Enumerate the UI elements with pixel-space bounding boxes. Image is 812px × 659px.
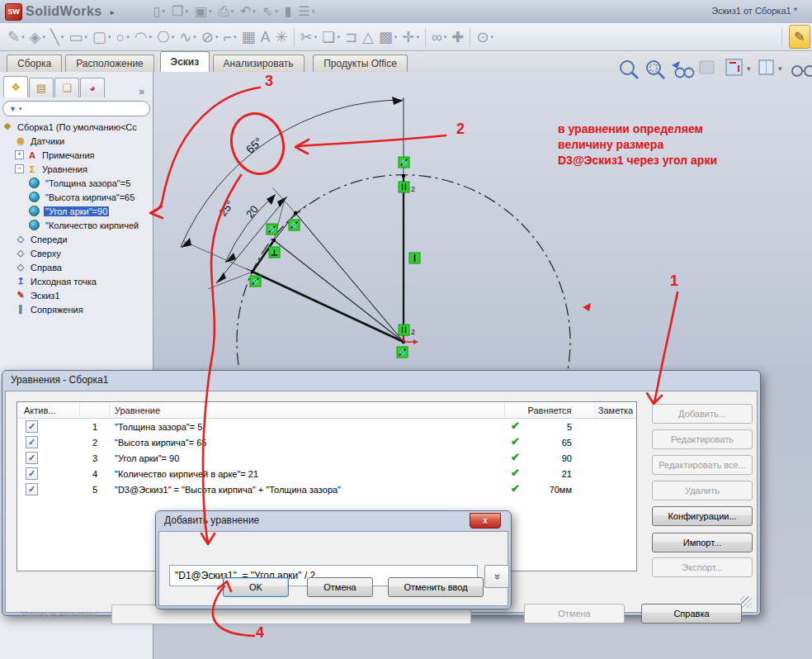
offset-entities-icon[interactable]: ⊐: [342, 28, 360, 46]
chevron-down-icon[interactable]: ▾: [163, 8, 166, 15]
chevron-down-icon[interactable]: ▾: [19, 106, 22, 112]
fillet-tool-icon[interactable]: ⌐▾: [220, 28, 238, 46]
modal-cancel-button[interactable]: Отмена: [307, 577, 373, 597]
cancel-button[interactable]: Отмена: [524, 604, 625, 623]
options-icon[interactable]: ☰▾: [296, 3, 318, 20]
chevron-down-icon[interactable]: ▾: [172, 34, 175, 40]
hide-show-items-icon[interactable]: [792, 66, 812, 76]
perpendicular-constraint-icon[interactable]: [269, 247, 280, 258]
equation-cell[interactable]: "Толщина зазора"= 5✔: [110, 422, 505, 432]
tree-item[interactable]: ✎Эскиз1: [0, 288, 153, 302]
smart-dimension-icon[interactable]: ◈▾: [27, 28, 48, 46]
tree-item[interactable]: ◉Датчики: [0, 134, 153, 148]
propertymanager-tab[interactable]: ▤: [29, 78, 54, 97]
dimxpert-tab[interactable]: ◕: [80, 78, 105, 97]
chevron-expand-button[interactable]: «: [484, 565, 509, 588]
trim-entities-icon[interactable]: ✂▾: [298, 28, 320, 46]
featuremanager-tab[interactable]: ❖: [3, 76, 28, 97]
active-checkbox[interactable]: ✓: [26, 452, 38, 464]
tree-item[interactable]: ◇Спереди: [0, 232, 153, 246]
move-entities-icon[interactable]: ✛▾: [399, 28, 422, 46]
column-header-equation[interactable]: Уравнение: [110, 402, 505, 418]
brick-upper-radius[interactable]: [295, 213, 404, 342]
chevron-down-icon[interactable]: ▾: [215, 34, 219, 40]
chevron-down-icon[interactable]: ▾: [42, 34, 45, 40]
chevron-down-icon[interactable]: ▾: [253, 8, 256, 15]
collapse-minus-icon[interactable]: −: [15, 164, 24, 173]
repair-sketch-icon[interactable]: ✚: [449, 28, 466, 46]
linear-pattern-icon[interactable]: ▩▾: [376, 28, 400, 46]
equation-cell[interactable]: "D3@Эскиз1" = "Высота кирпича" + "Толщин…: [110, 485, 505, 495]
select-icon[interactable]: ⇖▾: [260, 3, 281, 20]
chevron-down-icon[interactable]: ▾: [126, 34, 130, 40]
note-balloon-icon[interactable]: △: [360, 28, 376, 46]
tree-item[interactable]: "Толщина зазора"=5: [0, 176, 153, 190]
active-checkbox[interactable]: ✓: [26, 420, 38, 433]
view-orientation-icon[interactable]: [726, 59, 742, 75]
line-tool-icon[interactable]: ╲▾: [48, 28, 66, 46]
add-button[interactable]: Добавить...: [652, 404, 753, 424]
chevron-down-icon[interactable]: ▾: [230, 8, 234, 15]
active-checkbox[interactable]: ✓: [26, 467, 38, 480]
chevron-down-icon[interactable]: ▾: [394, 34, 398, 40]
chevron-down-icon[interactable]: ▾: [337, 34, 340, 40]
expand-plus-icon[interactable]: +: [15, 150, 24, 159]
tree-item[interactable]: ◇Сверху: [0, 246, 153, 260]
tree-item[interactable]: "Высота кирпича"=65: [0, 190, 153, 204]
chevron-down-icon[interactable]: ▾: [21, 34, 25, 40]
zoom-area-icon[interactable]: [647, 61, 664, 78]
chevron-down-icon[interactable]: ▾: [444, 34, 447, 40]
instant2d-icon[interactable]: ⊙▾: [474, 28, 496, 46]
convert-entities-icon[interactable]: ❏▾: [319, 28, 342, 46]
tab-Продукты Office[interactable]: Продукты Office: [313, 55, 408, 72]
save-icon[interactable]: ▣▾: [192, 3, 215, 20]
sketch-tool-icon[interactable]: ✎▾: [5, 28, 27, 46]
equation-cell[interactable]: "Высота кирпича"= 65✔: [110, 438, 505, 448]
export-button[interactable]: Экспорт...: [652, 557, 753, 577]
chevron-down-icon[interactable]: ▾: [193, 34, 196, 40]
active-sketch-icon[interactable]: ✎: [789, 25, 810, 49]
polygon-tool-icon[interactable]: ⎔▾: [154, 28, 177, 46]
new-document-icon[interactable]: ▯▾: [151, 3, 168, 20]
zoom-fit-icon[interactable]: [621, 61, 638, 78]
chevron-down-icon[interactable]: ▾: [314, 34, 318, 40]
table-row[interactable]: ✓1"Толщина зазора"= 5✔5: [17, 419, 636, 434]
sketch-points[interactable]: [251, 174, 405, 344]
tab-Эскиз[interactable]: Эскиз: [160, 51, 210, 72]
chevron-down-icon[interactable]: ▾: [209, 8, 212, 15]
display-style-icon[interactable]: [759, 60, 773, 74]
table-row[interactable]: ✓2"Высота кирпича"= 65✔65: [17, 434, 636, 450]
print-icon[interactable]: ⎙▾: [216, 3, 236, 20]
tab-Анализировать[interactable]: Анализировать: [213, 55, 304, 72]
chevron-down-icon[interactable]: ▾: [234, 34, 237, 40]
display-relations-icon[interactable]: ∞▾: [429, 28, 449, 46]
undo-icon[interactable]: ↶▾: [238, 3, 258, 20]
chevron-down-icon[interactable]: ▾: [275, 8, 278, 15]
tree-item[interactable]: ❖Сборка1 (По умолчанию<Сс: [0, 120, 153, 134]
table-row[interactable]: ✓5"D3@Эскиз1" = "Высота кирпича" + "Толщ…: [17, 481, 636, 497]
chevron-down-icon[interactable]: ▾: [491, 34, 494, 40]
equation-cell[interactable]: "Угол арки"= 90✔: [110, 453, 505, 463]
open-icon[interactable]: ❐▾: [169, 3, 191, 20]
resize-grip[interactable]: [740, 596, 752, 608]
filter-funnel-icon[interactable]: ▼: [9, 105, 17, 113]
chevron-down-icon[interactable]: ▾: [312, 8, 315, 15]
menu-arrow-icon[interactable]: ▸: [111, 7, 115, 17]
tree-item[interactable]: "Количество кирпичей: [0, 218, 153, 232]
previous-view-icon[interactable]: [672, 61, 694, 78]
eraser-icon[interactable]: ▮: [282, 3, 295, 20]
tree-item[interactable]: −ΣУравнения: [0, 162, 153, 176]
ok-button[interactable]: OK: [223, 577, 289, 597]
point-tool-icon[interactable]: ✳: [273, 28, 290, 46]
chevron-down-icon[interactable]: ▾: [185, 8, 188, 15]
edit-all-button[interactable]: Редактировать все...: [652, 455, 753, 475]
chevron-down-icon[interactable]: ▾: [108, 34, 111, 40]
vertical-constraint-icon[interactable]: [409, 253, 420, 263]
chevron-down-icon[interactable]: ▾: [149, 34, 153, 40]
add-equation-titlebar[interactable]: Добавить уравнение: [156, 511, 511, 529]
help-button[interactable]: Справка: [641, 604, 742, 623]
edit-button[interactable]: Редактировать: [652, 429, 753, 449]
mirror-entities-icon[interactable]: ▦: [239, 28, 258, 46]
equation-cell[interactable]: "Количество кирпичей в арке"= 21✔: [110, 469, 505, 479]
slot-tool-icon[interactable]: ▢▾: [90, 28, 114, 46]
